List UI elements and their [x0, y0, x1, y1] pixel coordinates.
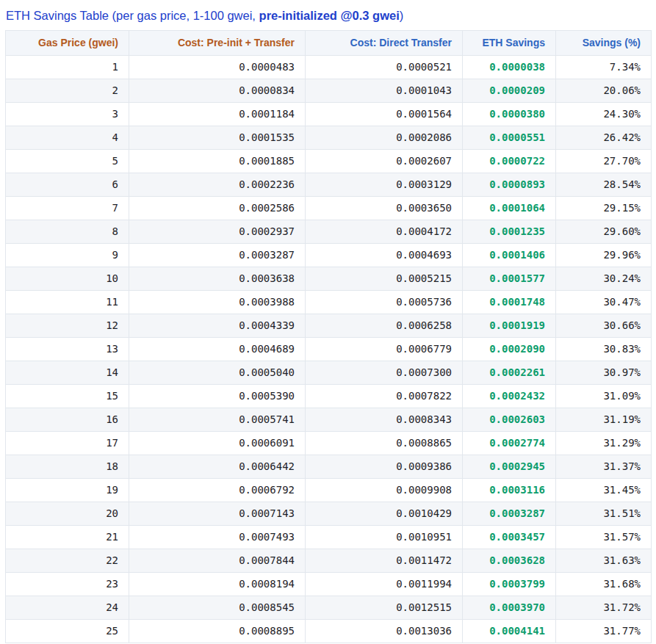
- eth-savings-cell: 0.0003287: [463, 502, 556, 526]
- cost-direct-cell: 0.0001564: [306, 103, 463, 126]
- gas-price-cell: 5: [6, 150, 129, 173]
- savings-pct-cell: 31.45%: [556, 479, 652, 502]
- table-row: 100.00036380.00052150.000157730.24%: [6, 267, 652, 291]
- eth-savings-cell: 0.0001919: [463, 314, 556, 338]
- cost-preinit-cell: 0.0003638: [129, 267, 306, 291]
- cost-direct-cell: 0.0001043: [306, 79, 463, 103]
- gas-price-cell: 6: [6, 173, 129, 197]
- header-gas-price: Gas Price (gwei): [6, 31, 129, 56]
- table-row: 60.00022360.00031290.000089328.54%: [6, 173, 652, 197]
- table-row: 30.00011840.00015640.000038024.30%: [6, 103, 652, 126]
- savings-pct-cell: 30.97%: [556, 361, 652, 385]
- cost-preinit-cell: 0.0005741: [129, 408, 306, 432]
- table-row: 90.00032870.00046930.000140629.96%: [6, 244, 652, 267]
- eth-savings-cell: 0.0002432: [463, 385, 556, 408]
- table-row: 210.00074930.00109510.000345731.57%: [6, 526, 652, 549]
- eth-savings-cell: 0.0000722: [463, 150, 556, 173]
- savings-pct-cell: 29.15%: [556, 197, 652, 220]
- cost-direct-cell: 0.0010429: [306, 502, 463, 526]
- table-row: 10.00004830.00005210.00000387.34%: [6, 56, 652, 79]
- table-header-row: Gas Price (gwei) Cost: Pre-init + Transf…: [6, 31, 652, 56]
- cost-direct-cell: 0.0005736: [306, 291, 463, 314]
- savings-pct-cell: 29.60%: [556, 220, 652, 244]
- table-row: 70.00025860.00036500.000106429.15%: [6, 197, 652, 220]
- gas-price-cell: 12: [6, 314, 129, 338]
- cost-direct-cell: 0.0008343: [306, 408, 463, 432]
- table-row: 150.00053900.00078220.000243231.09%: [6, 385, 652, 408]
- cost-preinit-cell: 0.0004689: [129, 338, 306, 361]
- cost-preinit-cell: 0.0002586: [129, 197, 306, 220]
- table-row: 130.00046890.00067790.000209030.83%: [6, 338, 652, 361]
- cost-direct-cell: 0.0008865: [306, 432, 463, 455]
- table-row: 250.00088950.00130360.000414131.77%: [6, 620, 652, 643]
- table-row: 230.00081940.00119940.000379931.68%: [6, 573, 652, 596]
- cost-preinit-cell: 0.0006091: [129, 432, 306, 455]
- header-cost-direct: Cost: Direct Transfer: [306, 31, 463, 56]
- eth-savings-cell: 0.0003799: [463, 573, 556, 596]
- gas-price-cell: 17: [6, 432, 129, 455]
- cost-preinit-cell: 0.0005040: [129, 361, 306, 385]
- savings-pct-cell: 31.57%: [556, 526, 652, 549]
- cost-preinit-cell: 0.0003988: [129, 291, 306, 314]
- table-body: 10.00004830.00005210.00000387.34%20.0000…: [6, 56, 652, 643]
- cost-preinit-cell: 0.0001184: [129, 103, 306, 126]
- savings-pct-cell: 31.19%: [556, 408, 652, 432]
- eth-savings-cell: 0.0000551: [463, 126, 556, 150]
- savings-pct-cell: 30.66%: [556, 314, 652, 338]
- cost-direct-cell: 0.0006779: [306, 338, 463, 361]
- savings-pct-cell: 20.06%: [556, 79, 652, 103]
- gas-price-cell: 18: [6, 455, 129, 479]
- cost-direct-cell: 0.0013036: [306, 620, 463, 643]
- savings-pct-cell: 31.09%: [556, 385, 652, 408]
- table-row: 140.00050400.00073000.000226130.97%: [6, 361, 652, 385]
- savings-pct-cell: 28.54%: [556, 173, 652, 197]
- cost-direct-cell: 0.0003650: [306, 197, 463, 220]
- eth-savings-cell: 0.0002945: [463, 455, 556, 479]
- eth-savings-table: Gas Price (gwei) Cost: Pre-init + Transf…: [5, 30, 652, 643]
- gas-price-cell: 20: [6, 502, 129, 526]
- cost-preinit-cell: 0.0001535: [129, 126, 306, 150]
- cost-preinit-cell: 0.0006792: [129, 479, 306, 502]
- eth-savings-cell: 0.0001748: [463, 291, 556, 314]
- savings-pct-cell: 30.47%: [556, 291, 652, 314]
- cost-direct-cell: 0.0003129: [306, 173, 463, 197]
- gas-price-cell: 9: [6, 244, 129, 267]
- table-row: 220.00078440.00114720.000362831.63%: [6, 549, 652, 573]
- eth-savings-cell: 0.0003970: [463, 596, 556, 620]
- savings-pct-cell: 31.37%: [556, 455, 652, 479]
- cost-preinit-cell: 0.0008194: [129, 573, 306, 596]
- table-row: 20.00008340.00010430.000020920.06%: [6, 79, 652, 103]
- gas-price-cell: 4: [6, 126, 129, 150]
- cost-preinit-cell: 0.0004339: [129, 314, 306, 338]
- header-eth-savings: ETH Savings: [463, 31, 556, 56]
- table-row: 50.00018850.00026070.000072227.70%: [6, 150, 652, 173]
- table-row: 200.00071430.00104290.000328731.51%: [6, 502, 652, 526]
- cost-direct-cell: 0.0000521: [306, 56, 463, 79]
- gas-price-cell: 23: [6, 573, 129, 596]
- cost-direct-cell: 0.0004172: [306, 220, 463, 244]
- savings-pct-cell: 31.29%: [556, 432, 652, 455]
- savings-pct-cell: 7.34%: [556, 56, 652, 79]
- eth-savings-cell: 0.0002774: [463, 432, 556, 455]
- savings-pct-cell: 26.42%: [556, 126, 652, 150]
- eth-savings-cell: 0.0002090: [463, 338, 556, 361]
- gas-price-cell: 21: [6, 526, 129, 549]
- header-savings-pct: Savings (%): [556, 31, 652, 56]
- cost-direct-cell: 0.0002086: [306, 126, 463, 150]
- cost-preinit-cell: 0.0001885: [129, 150, 306, 173]
- cost-direct-cell: 0.0007300: [306, 361, 463, 385]
- cost-preinit-cell: 0.0008895: [129, 620, 306, 643]
- table-row: 240.00085450.00125150.000397031.72%: [6, 596, 652, 620]
- savings-pct-cell: 31.63%: [556, 549, 652, 573]
- eth-savings-cell: 0.0001064: [463, 197, 556, 220]
- gas-price-cell: 24: [6, 596, 129, 620]
- cost-direct-cell: 0.0006258: [306, 314, 463, 338]
- table-row: 110.00039880.00057360.000174830.47%: [6, 291, 652, 314]
- table-row: 120.00043390.00062580.000191930.66%: [6, 314, 652, 338]
- table-row: 170.00060910.00088650.000277431.29%: [6, 432, 652, 455]
- cost-direct-cell: 0.0004693: [306, 244, 463, 267]
- gas-price-cell: 14: [6, 361, 129, 385]
- gas-price-cell: 22: [6, 549, 129, 573]
- cost-preinit-cell: 0.0007493: [129, 526, 306, 549]
- savings-pct-cell: 29.96%: [556, 244, 652, 267]
